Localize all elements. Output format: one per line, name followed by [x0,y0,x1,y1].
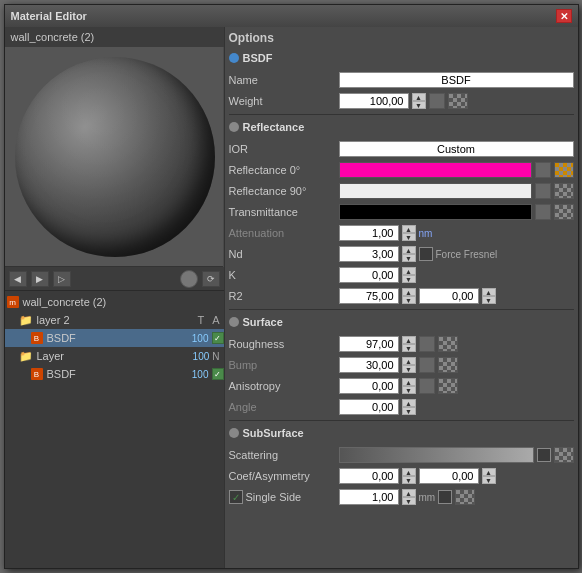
bump-input[interactable] [339,357,399,373]
r2-down1[interactable]: ▼ [402,296,416,304]
coef-up1[interactable]: ▲ [402,468,416,476]
anisotropy-spinner[interactable]: ▲ ▼ [402,378,416,394]
singleside-checkbox[interactable] [229,490,243,504]
close-button[interactable]: ✕ [556,9,572,23]
weight-down[interactable]: ▼ [412,101,426,109]
r2-spinner2[interactable]: ▲ ▼ [482,288,496,304]
scattering-checker[interactable] [554,447,574,463]
refl0-sq[interactable] [535,162,551,178]
rough-down[interactable]: ▼ [402,344,416,352]
rough-up[interactable]: ▲ [402,336,416,344]
angle-input[interactable] [339,399,399,415]
k-spinner[interactable]: ▲ ▼ [402,267,416,283]
nd-spinner[interactable]: ▲ ▼ [402,246,416,262]
anisotropy-sq[interactable] [419,378,435,394]
coef-spinner1[interactable]: ▲ ▼ [402,468,416,484]
angle-up[interactable]: ▲ [402,399,416,407]
r2-input1[interactable] [339,288,399,304]
singleside-spinner[interactable]: ▲ ▼ [402,489,416,505]
nd-down[interactable]: ▼ [402,254,416,262]
r2-input2[interactable] [419,288,479,304]
k-input[interactable] [339,267,399,283]
bsdf-section-label: BSDF [243,52,273,64]
attenuation-input[interactable] [339,225,399,241]
r2-down2[interactable]: ▼ [482,296,496,304]
sphere-icon[interactable] [180,270,198,288]
weight-spinner[interactable]: ▲ ▼ [412,93,426,109]
subsurface-section-label: SubSurface [243,427,304,439]
ss-down[interactable]: ▼ [402,497,416,505]
ior-button[interactable]: Custom [339,141,574,157]
weight-sq1[interactable] [429,93,445,109]
refl0-swatch[interactable] [339,162,532,178]
bsdf2-check[interactable]: ✓ [212,368,224,380]
nd-up[interactable]: ▲ [402,246,416,254]
tree-bsdf-1[interactable]: B BSDF 100 ✓ [5,329,224,347]
singleside-checker[interactable] [455,489,475,505]
refl90-swatch[interactable] [339,183,532,199]
singleside-input[interactable] [339,489,399,505]
nd-input[interactable] [339,246,399,262]
bump-up[interactable]: ▲ [402,357,416,365]
coef-down2[interactable]: ▼ [482,476,496,484]
prev-btn-1[interactable]: ◀ [9,271,27,287]
bsdf1-check[interactable]: ✓ [212,332,224,344]
nd-checkbox[interactable] [419,247,433,261]
prev-btn-3[interactable]: ▷ [53,271,71,287]
aniso-down[interactable]: ▼ [402,386,416,394]
bump-checker[interactable] [438,357,458,373]
tree-root[interactable]: m wall_concrete (2) [5,293,224,311]
aniso-up[interactable]: ▲ [402,378,416,386]
r2-spinner1[interactable]: ▲ ▼ [402,288,416,304]
coef-down1[interactable]: ▼ [402,476,416,484]
coef-input1[interactable] [339,468,399,484]
weight-input[interactable] [339,93,409,109]
bump-spinner[interactable]: ▲ ▼ [402,357,416,373]
scattering-bar[interactable] [339,447,534,463]
refl90-sq[interactable] [535,183,551,199]
force-fresnel-label: Force Fresnel [436,249,498,260]
k-up[interactable]: ▲ [402,267,416,275]
refl90-checker[interactable] [554,183,574,199]
r2-up2[interactable]: ▲ [482,288,496,296]
singleside-checkbox2[interactable] [438,490,452,504]
bump-row: Bump ▲ ▼ [229,355,574,375]
coef-up2[interactable]: ▲ [482,468,496,476]
prev-btn-2[interactable]: ▶ [31,271,49,287]
angle-down[interactable]: ▼ [402,407,416,415]
roughness-checker[interactable] [438,336,458,352]
att-up[interactable]: ▲ [402,225,416,233]
attenuation-unit: nm [419,228,433,239]
transmittance-sq[interactable] [535,204,551,220]
angle-spinner[interactable]: ▲ ▼ [402,399,416,415]
singleside-label: Single Side [246,491,302,503]
transmittance-swatch[interactable] [339,204,532,220]
tree-bsdf-2[interactable]: B BSDF 100 ✓ [5,365,224,383]
coef-spinner2[interactable]: ▲ ▼ [482,468,496,484]
scattering-checkbox[interactable] [537,448,551,462]
k-down[interactable]: ▼ [402,275,416,283]
ss-up[interactable]: ▲ [402,489,416,497]
coef-input2[interactable] [419,468,479,484]
surface-dot [229,317,239,327]
refl0-checker[interactable] [554,162,574,178]
attenuation-spinner[interactable]: ▲ ▼ [402,225,416,241]
bump-down[interactable]: ▼ [402,365,416,373]
r2-up1[interactable]: ▲ [402,288,416,296]
scattering-row: Scattering [229,445,574,465]
att-down[interactable]: ▼ [402,233,416,241]
roughness-spinner[interactable]: ▲ ▼ [402,336,416,352]
refresh-btn[interactable]: ⟳ [202,271,220,287]
roughness-sq[interactable] [419,336,435,352]
roughness-input[interactable] [339,336,399,352]
anisotropy-input[interactable] [339,378,399,394]
weight-checker[interactable] [448,93,468,109]
weight-up[interactable]: ▲ [412,93,426,101]
anisotropy-checker[interactable] [438,378,458,394]
bump-sq[interactable] [419,357,435,373]
tree-layer[interactable]: 📁 Layer 100 N [5,347,224,365]
tree-layer2[interactable]: 📁 layer 2 T A [5,311,224,329]
k-label: K [229,269,339,281]
name-input[interactable] [339,72,574,88]
transmittance-checker[interactable] [554,204,574,220]
